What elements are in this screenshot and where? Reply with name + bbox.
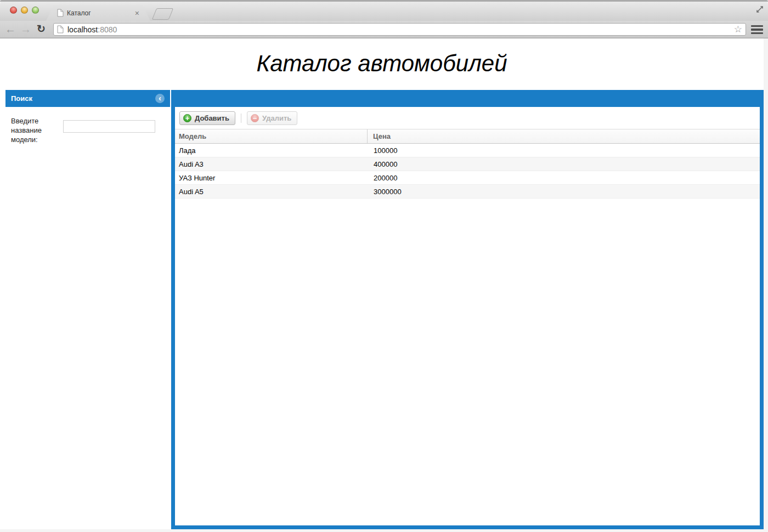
address-bar[interactable]: localhost:8080 ☆ — [53, 23, 746, 36]
page-icon — [57, 25, 64, 33]
window-zoom-button[interactable] — [32, 7, 39, 14]
table-row[interactable]: Лада 100000 — [175, 144, 760, 157]
cell-price: 3000000 — [368, 188, 760, 196]
url-text: localhost:8080 — [67, 25, 734, 34]
model-name-input[interactable] — [63, 120, 155, 133]
cars-grid-panel: + Добавить − Удалить Модель Цена — [171, 90, 764, 529]
search-panel: Поиск ‹ Введите название модели: — [5, 90, 170, 525]
table-row[interactable]: УАЗ Hunter 200000 — [175, 171, 760, 185]
collapse-panel-button[interactable]: ‹ — [155, 94, 165, 103]
search-form: Введите название модели: — [5, 107, 170, 144]
add-button-label: Добавить — [195, 114, 229, 122]
fullscreen-icon[interactable] — [755, 5, 764, 14]
cell-model: Лада — [175, 146, 368, 155]
browser-menu-icon[interactable] — [751, 25, 763, 34]
tab-title: Каталог — [67, 9, 135, 17]
window-close-button[interactable] — [10, 7, 17, 14]
tab-close-icon[interactable]: × — [135, 9, 139, 17]
grid-toolbar: + Добавить − Удалить — [175, 107, 760, 129]
reload-button[interactable]: ↻ — [34, 22, 48, 36]
tab-strip: Каталог × — [0, 0, 768, 21]
table-row[interactable]: Audi A3 400000 — [175, 157, 760, 171]
web-page: Каталог автомобилей Поиск ‹ Введите назв… — [0, 38, 764, 529]
page-title: Каталог автомобилей — [0, 50, 764, 77]
search-panel-title: Поиск — [11, 94, 32, 103]
browser-toolbar: ← → ↻ localhost:8080 ☆ — [0, 21, 768, 38]
bookmark-star-icon[interactable]: ☆ — [734, 25, 742, 34]
cell-price: 200000 — [368, 174, 760, 182]
delete-button-label: Удалить — [262, 114, 291, 122]
cell-price: 100000 — [368, 146, 760, 155]
model-name-label: Введите название модели: — [11, 115, 63, 144]
forward-button[interactable]: → — [19, 22, 33, 36]
url-host: localhost — [67, 25, 98, 34]
minus-circle-icon: − — [251, 114, 259, 122]
search-panel-header[interactable]: Поиск ‹ — [5, 90, 170, 107]
delete-button[interactable]: − Удалить — [247, 111, 297, 125]
column-header-model[interactable]: Модель — [175, 129, 368, 143]
cars-grid-body: + Добавить − Удалить Модель Цена — [175, 107, 760, 525]
chevron-left-icon: ‹ — [159, 94, 161, 102]
window-minimize-button[interactable] — [21, 7, 28, 14]
back-button[interactable]: ← — [3, 22, 18, 36]
new-tab-button[interactable] — [152, 8, 173, 20]
grid-rows: Лада 100000 Audi A3 400000 УАЗ Hunter 20… — [175, 144, 760, 199]
url-port: :8080 — [98, 25, 117, 34]
tab-favicon-icon — [57, 9, 64, 17]
browser-window: Каталог × ← → ↻ localhost:8080 ☆ Каталог… — [0, 0, 768, 532]
add-button[interactable]: + Добавить — [179, 111, 235, 125]
grid-column-headers: Модель Цена — [175, 129, 760, 144]
plus-circle-icon: + — [183, 114, 191, 122]
toolbar-separator — [241, 114, 241, 123]
cell-model: УАЗ Hunter — [175, 174, 368, 182]
cell-model: Audi A3 — [175, 160, 368, 168]
table-row[interactable]: Audi A5 3000000 — [175, 185, 760, 199]
browser-tab[interactable]: Каталог × — [46, 5, 150, 21]
column-header-price[interactable]: Цена — [368, 129, 760, 143]
cell-price: 400000 — [368, 160, 760, 168]
cell-model: Audi A5 — [175, 188, 368, 196]
